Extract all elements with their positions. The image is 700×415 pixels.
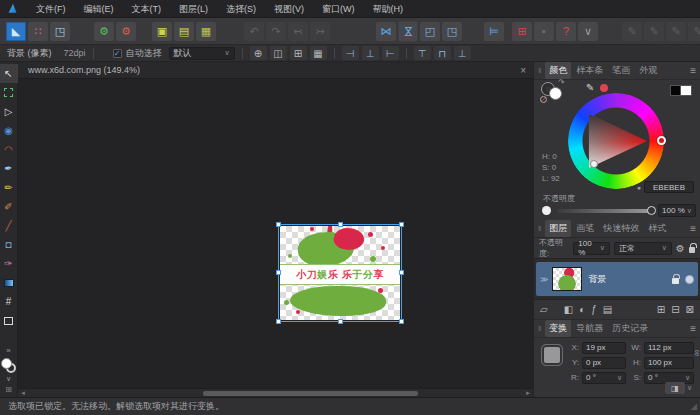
- scrollbar-thumb[interactable]: [203, 391, 418, 396]
- menu-item-5[interactable]: 视图(V): [265, 0, 313, 18]
- close-document-icon[interactable]: ×: [520, 65, 526, 76]
- flood-select-tool[interactable]: ◉: [0, 121, 18, 140]
- black-white-swatches[interactable]: [670, 85, 692, 96]
- move-tool[interactable]: ↖: [0, 64, 18, 83]
- hex-picker-icon[interactable]: ●: [637, 184, 641, 191]
- tool-presets-icon[interactable]: ⊞: [5, 385, 12, 394]
- transform-field-x[interactable]: 19 px: [582, 342, 626, 354]
- snapping-icon[interactable]: ⊞: [512, 22, 532, 41]
- tools-overflow-icon[interactable]: »: [6, 346, 10, 355]
- tab-变换[interactable]: 变换: [545, 320, 571, 337]
- pen-tool[interactable]: ✒: [0, 159, 18, 178]
- menu-item-6[interactable]: 窗口(W): [313, 0, 364, 18]
- selection-handle[interactable]: [276, 319, 281, 324]
- anchor-point-selector[interactable]: [541, 344, 563, 366]
- layer-effects-icon[interactable]: ƒ: [591, 304, 597, 315]
- fill-background-swatch[interactable]: [1, 358, 16, 373]
- flip-vertical-icon[interactable]: ⋈: [399, 21, 418, 41]
- tab-颜色[interactable]: 颜色: [545, 62, 571, 79]
- align-bottom-icon[interactable]: ⊥: [454, 46, 471, 60]
- opacity-slider-thumb[interactable]: [647, 206, 656, 215]
- transform-origin-icon[interactable]: ⊕: [250, 46, 267, 60]
- alignment-icon[interactable]: ⊨: [484, 22, 504, 41]
- autoselect-checkbox[interactable]: ✓: [113, 49, 122, 58]
- hex-value-field[interactable]: EBEBEB: [644, 181, 694, 193]
- swap-colors-icon[interactable]: ↷: [558, 78, 565, 87]
- gradient-tool[interactable]: [0, 273, 18, 292]
- knife-tool[interactable]: ╱: [0, 216, 18, 235]
- panel-grip-icon[interactable]: ‖: [538, 224, 541, 233]
- tab-画笔[interactable]: 画笔: [572, 220, 598, 237]
- align-left-icon[interactable]: ⊣: [342, 46, 359, 60]
- hue-selector[interactable]: [657, 136, 666, 145]
- designer-persona-icon[interactable]: ◣: [6, 22, 26, 41]
- menu-item-1[interactable]: 编辑(E): [75, 0, 123, 18]
- document-tabstrip[interactable]: www.x6d.com.png (149.4%) ×: [18, 62, 533, 79]
- opacity-slider-track[interactable]: [557, 209, 652, 213]
- rectangle-tool[interactable]: [0, 311, 18, 330]
- marquee-tool[interactable]: [0, 83, 18, 102]
- panel-menu-icon[interactable]: ≡: [690, 323, 696, 334]
- new-group-icon[interactable]: ⊟: [671, 304, 679, 315]
- snapping-presets-icon[interactable]: ▪: [534, 22, 554, 41]
- lock-layer-icon[interactable]: [689, 247, 695, 253]
- panel-menu-icon[interactable]: ≡: [690, 223, 696, 234]
- show-selection-icon[interactable]: ◫: [270, 46, 287, 60]
- link-dimensions-icon[interactable]: ∞: [692, 350, 700, 356]
- hide-selection-icon[interactable]: ▦: [310, 46, 327, 60]
- brush-tool[interactable]: ✐: [0, 197, 18, 216]
- resize-grip-icon[interactable]: ◢: [691, 402, 697, 411]
- tab-导航器[interactable]: 导航器: [572, 320, 607, 337]
- pencil-tool[interactable]: ✏: [0, 178, 18, 197]
- white-swatch[interactable]: [681, 85, 692, 96]
- retouch-brush-tool[interactable]: ✑: [0, 254, 18, 273]
- tab-历史记录[interactable]: 历史记录: [608, 320, 652, 337]
- panel-menu-icon[interactable]: ≡: [690, 65, 696, 76]
- mask-layer-icon[interactable]: ◧: [564, 304, 573, 315]
- transform-field-y[interactable]: 0 px: [582, 357, 626, 369]
- assistant-icon[interactable]: ?: [556, 22, 576, 41]
- selection-layer-icon[interactable]: ▦: [196, 22, 216, 41]
- layer-opacity-field[interactable]: 100 % ∨: [573, 242, 610, 255]
- transform-mode-button[interactable]: ◨: [665, 382, 685, 394]
- layer-name[interactable]: 背景: [588, 273, 606, 286]
- align-right-icon[interactable]: ⊢: [382, 46, 399, 60]
- selection-new-icon[interactable]: ▣: [152, 22, 172, 41]
- tab-外观[interactable]: 外观: [635, 62, 661, 79]
- align-center-icon[interactable]: ⊥: [362, 46, 379, 60]
- selection-handle[interactable]: [399, 222, 404, 227]
- selection-add-icon[interactable]: ▤: [174, 22, 194, 41]
- align-top-icon[interactable]: ⊤: [414, 46, 431, 60]
- selection-handle[interactable]: [338, 319, 343, 324]
- blend-options-gear-icon[interactable]: ⚙: [676, 243, 685, 254]
- menu-item-2[interactable]: 文本(T): [123, 0, 171, 18]
- blend-mode-select[interactable]: 正常 ∨: [614, 242, 672, 255]
- panel-grip-icon[interactable]: ‖: [538, 66, 541, 75]
- selection-handle[interactable]: [276, 270, 281, 275]
- transform-field-w[interactable]: 112 px: [644, 342, 694, 354]
- tab-样本条[interactable]: 样本条: [572, 62, 607, 79]
- sl-selector[interactable]: [590, 160, 598, 168]
- panel-grip-icon[interactable]: ‖: [538, 324, 541, 333]
- clone-stamp-tool[interactable]: ◘: [0, 235, 18, 254]
- layer-visibility-toggle[interactable]: [685, 275, 694, 284]
- delete-layer-icon[interactable]: ⊠: [686, 304, 694, 315]
- transform-field-h[interactable]: 100 px: [644, 357, 694, 369]
- preset-select[interactable]: 默认 ∨: [169, 47, 235, 60]
- adjustment-layer-icon[interactable]: ◐: [579, 304, 585, 315]
- live-filter-icon[interactable]: ▤: [603, 304, 612, 315]
- horizontal-scrollbar[interactable]: ◂ ▸: [18, 388, 533, 397]
- snapping-dropdown-icon[interactable]: ∨: [578, 22, 598, 41]
- layer-locked-icon[interactable]: [672, 278, 679, 284]
- menu-item-7[interactable]: 帮助(H): [364, 0, 413, 18]
- new-layer-icon[interactable]: ⊞: [657, 304, 665, 315]
- menu-item-4[interactable]: 选择(S): [217, 0, 265, 18]
- selection-handle[interactable]: [399, 270, 404, 275]
- selection-handle[interactable]: [276, 222, 281, 227]
- tab-笔画[interactable]: 笔画: [608, 62, 634, 79]
- scroll-left-icon[interactable]: ◂: [18, 389, 28, 397]
- cycle-selection-box-icon[interactable]: ⊞: [290, 46, 307, 60]
- scroll-right-icon[interactable]: ▸: [523, 389, 533, 397]
- color-picker-icon[interactable]: ✎: [586, 82, 594, 93]
- swatch-dropdown-icon[interactable]: ∨: [6, 375, 11, 383]
